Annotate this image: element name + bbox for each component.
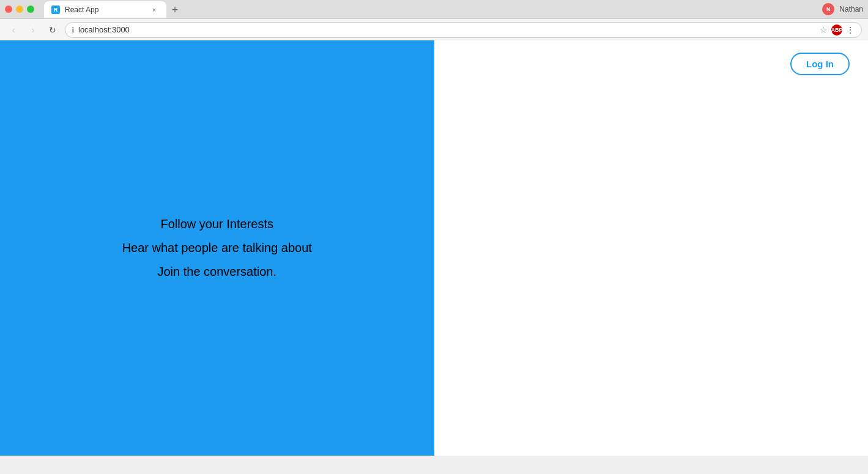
maximize-button[interactable] xyxy=(27,6,34,13)
address-bar[interactable]: ℹ localhost:3000 ☆ ABP ⋮ xyxy=(65,22,862,38)
profile-name: Nathan xyxy=(839,5,863,13)
right-panel: Log In xyxy=(434,40,869,456)
reload-button[interactable]: ↻ xyxy=(45,23,60,37)
tab-bar: R React App × + xyxy=(39,0,188,18)
tab-favicon: R xyxy=(51,6,60,14)
info-icon: ℹ xyxy=(72,26,75,34)
url-text: localhost:3000 xyxy=(78,25,130,34)
new-tab-button[interactable]: + xyxy=(166,1,184,18)
login-button[interactable]: Log In xyxy=(790,53,850,75)
address-bar-row: ‹ › ↻ ℹ localhost:3000 ☆ ABP ⋮ xyxy=(0,18,868,40)
forward-button[interactable]: › xyxy=(26,23,40,37)
page-content: Follow your Interests Hear what people a… xyxy=(0,40,868,456)
browser-menu-icon[interactable]: ⋮ xyxy=(846,25,855,35)
title-bar: R React App × + N Nathan xyxy=(0,0,868,18)
abp-icon[interactable]: ABP xyxy=(831,24,842,35)
window-controls xyxy=(5,6,34,13)
title-bar-right: N Nathan xyxy=(822,3,863,15)
active-tab[interactable]: R React App × xyxy=(44,1,166,18)
minimize-button[interactable] xyxy=(16,6,23,13)
profile-icon: N xyxy=(822,3,834,15)
address-bar-actions: ☆ ABP ⋮ xyxy=(820,24,855,35)
tagline-2: Hear what people are talking about xyxy=(122,241,312,255)
tab-close-button[interactable]: × xyxy=(149,5,159,15)
bookmark-icon[interactable]: ☆ xyxy=(820,25,828,35)
tagline-1: Follow your Interests xyxy=(160,217,273,231)
back-button[interactable]: ‹ xyxy=(6,23,21,37)
left-panel: Follow your Interests Hear what people a… xyxy=(0,40,434,456)
tagline-3: Join the conversation. xyxy=(157,265,276,279)
tab-title: React App xyxy=(65,6,144,14)
close-button[interactable] xyxy=(5,6,12,13)
